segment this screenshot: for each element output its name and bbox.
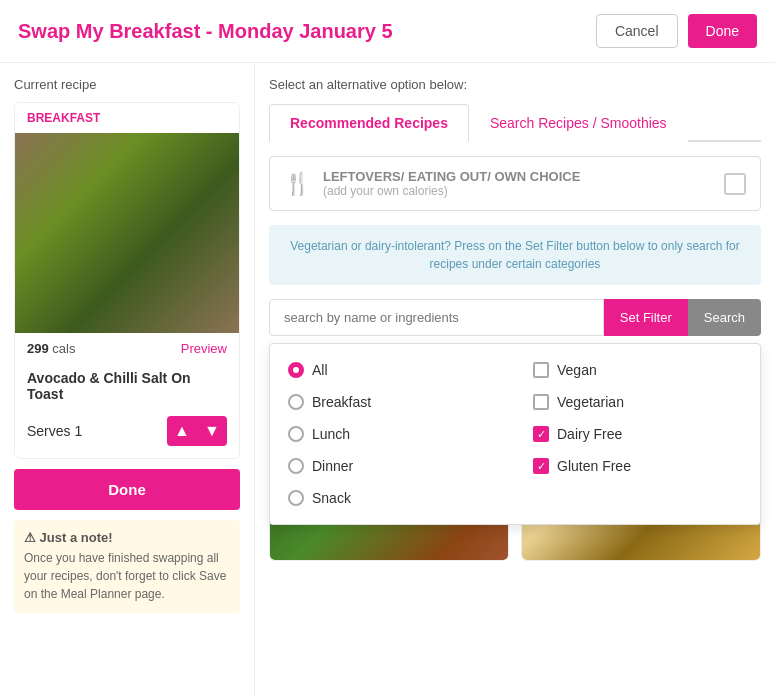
- filter-label-snack: Snack: [312, 490, 351, 506]
- right-panel: Select an alternative option below: Reco…: [255, 63, 775, 697]
- filter-item-all[interactable]: All: [270, 354, 515, 386]
- filter-radio-snack: [288, 490, 304, 506]
- filter-radio-lunch: [288, 426, 304, 442]
- search-row: Set Filter Search All Vegan: [269, 299, 761, 336]
- checkmark-gluten-free: ✓: [537, 460, 546, 473]
- serves-controls: ▲ ▼: [167, 416, 227, 446]
- info-text: Vegetarian or dairy-intolerant? Press on…: [290, 239, 740, 271]
- filter-radio-breakfast: [288, 394, 304, 410]
- recipe-cals-row: 299 cals Preview: [15, 333, 239, 364]
- filter-label-all: All: [312, 362, 328, 378]
- filter-item-vegan[interactable]: Vegan: [515, 354, 760, 386]
- serves-row: Serves 1 ▲ ▼: [15, 408, 239, 458]
- filter-label-dairy-free: Dairy Free: [557, 426, 622, 442]
- done-header-button[interactable]: Done: [688, 14, 757, 48]
- note-text: Once you have finished swapping all your…: [24, 549, 230, 603]
- leftovers-subtitle: (add your own calories): [323, 184, 580, 198]
- header-buttons: Cancel Done: [596, 14, 757, 48]
- preview-link[interactable]: Preview: [181, 341, 227, 356]
- note-box: ⚠ Just a note! Once you have finished sw…: [14, 520, 240, 613]
- leftovers-title: LEFTOVERS/ EATING OUT/ OWN CHOICE: [323, 169, 580, 184]
- filter-checkbox-dairy-free: ✓: [533, 426, 549, 442]
- main-layout: Current recipe BREAKFAST 299 cals Previe…: [0, 63, 775, 697]
- search-input[interactable]: [269, 299, 604, 336]
- serves-down-button[interactable]: ▼: [197, 416, 227, 446]
- filter-item-dinner[interactable]: Dinner: [270, 450, 515, 482]
- set-filter-button[interactable]: Set Filter: [604, 299, 688, 336]
- checkmark-dairy-free: ✓: [537, 428, 546, 441]
- filter-radio-dot-all: [293, 367, 299, 373]
- current-recipe-label: Current recipe: [14, 77, 240, 92]
- filter-label-lunch: Lunch: [312, 426, 350, 442]
- filter-label-breakfast: Breakfast: [312, 394, 371, 410]
- recipe-image: [15, 133, 239, 333]
- leftovers-checkbox[interactable]: [724, 173, 746, 195]
- filter-label-vegan: Vegan: [557, 362, 597, 378]
- note-title: ⚠ Just a note!: [24, 530, 230, 545]
- filter-checkbox-vegan: [533, 362, 549, 378]
- page-title: Swap My Breakfast - Monday January 5: [18, 20, 393, 43]
- tab-search-smoothies[interactable]: Search Recipes / Smoothies: [469, 104, 688, 142]
- cals-unit: cals: [52, 341, 75, 356]
- filter-item-breakfast[interactable]: Breakfast: [270, 386, 515, 418]
- filter-label-dinner: Dinner: [312, 458, 353, 474]
- recipe-image-bg: [15, 133, 239, 333]
- filter-item-lunch[interactable]: Lunch: [270, 418, 515, 450]
- info-box: Vegetarian or dairy-intolerant? Press on…: [269, 225, 761, 285]
- leftovers-text: LEFTOVERS/ EATING OUT/ OWN CHOICE (add y…: [323, 169, 580, 198]
- select-label: Select an alternative option below:: [269, 77, 761, 92]
- recipe-name: Avocado & Chilli Salt On Toast: [15, 364, 239, 408]
- filter-item-gluten-free[interactable]: ✓ Gluten Free: [515, 450, 760, 482]
- filter-item-dairy-free[interactable]: ✓ Dairy Free: [515, 418, 760, 450]
- tab-recommended[interactable]: Recommended Recipes: [269, 104, 469, 142]
- serves-label: Serves 1: [27, 423, 82, 439]
- filter-radio-all: [288, 362, 304, 378]
- tabs: Recommended Recipes Search Recipes / Smo…: [269, 104, 761, 142]
- fork-knife-icon: 🍴: [284, 171, 311, 197]
- filter-checkbox-gluten-free: ✓: [533, 458, 549, 474]
- filter-checkbox-vegetarian: [533, 394, 549, 410]
- search-button[interactable]: Search: [688, 299, 761, 336]
- cals-display: 299 cals: [27, 341, 75, 356]
- left-panel: Current recipe BREAKFAST 299 cals Previe…: [0, 63, 255, 697]
- recipe-tag: BREAKFAST: [15, 103, 239, 133]
- done-left-button[interactable]: Done: [14, 469, 240, 510]
- filter-grid: All Vegan Breakfast Vegeta: [270, 354, 760, 514]
- filter-radio-dinner: [288, 458, 304, 474]
- serves-up-button[interactable]: ▲: [167, 416, 197, 446]
- header: Swap My Breakfast - Monday January 5 Can…: [0, 0, 775, 63]
- cals-number: 299: [27, 341, 49, 356]
- filter-label-vegetarian: Vegetarian: [557, 394, 624, 410]
- leftovers-left: 🍴 LEFTOVERS/ EATING OUT/ OWN CHOICE (add…: [284, 169, 580, 198]
- recipe-card: BREAKFAST 299 cals Preview Avocado & Chi…: [14, 102, 240, 459]
- cancel-button[interactable]: Cancel: [596, 14, 678, 48]
- filter-dropdown: All Vegan Breakfast Vegeta: [269, 343, 761, 525]
- filter-label-gluten-free: Gluten Free: [557, 458, 631, 474]
- filter-item-snack[interactable]: Snack: [270, 482, 515, 514]
- filter-item-vegetarian[interactable]: Vegetarian: [515, 386, 760, 418]
- leftovers-box: 🍴 LEFTOVERS/ EATING OUT/ OWN CHOICE (add…: [269, 156, 761, 211]
